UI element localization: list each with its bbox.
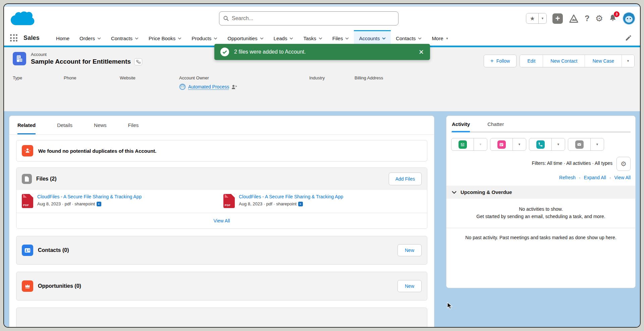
file-link[interactable]: CloudFiles - A Secure File Sharing & Tra… xyxy=(37,194,142,199)
tab-home[interactable]: Home xyxy=(51,30,74,46)
tab-price-books[interactable]: Price Books xyxy=(144,30,186,46)
more-actions-dropdown[interactable]: ▼ xyxy=(622,55,634,67)
filter-gear-icon: ⚙ xyxy=(621,160,627,167)
opportunity-icon xyxy=(22,280,33,292)
call-dropdown-icon[interactable]: ▼ xyxy=(551,138,565,150)
notifications-bell[interactable]: 3 xyxy=(609,14,617,23)
no-past-activity-message: No past activity. Past meetings and task… xyxy=(451,228,631,248)
app-navigation-bar: Sales Home Orders Contracts Price Books … xyxy=(4,30,640,46)
tab-opportunities[interactable]: Opportunities xyxy=(222,30,268,46)
tab-activity[interactable]: Activity xyxy=(452,121,470,132)
activity-composer-buttons: ▼ xyxy=(451,138,631,151)
app-launcher-icon[interactable] xyxy=(10,34,17,42)
star-icon[interactable]: ★ xyxy=(526,13,538,23)
field-billing-address: Billing Address xyxy=(355,75,383,90)
trailhead-icon[interactable] xyxy=(569,14,579,23)
filters-settings-button[interactable]: ⚙ xyxy=(616,157,631,171)
new-case-button[interactable]: New Case xyxy=(585,55,622,67)
edit-button[interactable]: Edit xyxy=(520,55,543,67)
new-contact-button[interactable]: New Contact xyxy=(543,55,585,67)
tab-more-label: More xyxy=(432,36,443,41)
favorites-button[interactable]: ★ ▼ xyxy=(526,13,547,24)
contacts-title: Contacts (0) xyxy=(38,247,69,253)
account-owner-link[interactable]: Automated Process xyxy=(188,84,229,89)
no-activities-message: No activities to show. Get started by se… xyxy=(451,199,631,222)
change-owner-icon[interactable] xyxy=(231,84,237,89)
related-lists: We found no potential duplicates of this… xyxy=(9,135,434,327)
mouse-cursor xyxy=(447,302,453,310)
follow-button[interactable]: + Follow xyxy=(484,55,517,67)
astro-avatar-icon xyxy=(179,83,186,90)
activity-tabs: Activity Chatter xyxy=(451,116,631,132)
view-all-link[interactable]: View All xyxy=(214,218,230,223)
chevron-down-icon xyxy=(260,37,264,40)
record-body: Related Details News Files xyxy=(4,111,640,327)
view-hierarchy-button[interactable] xyxy=(134,58,142,65)
email-button[interactable] xyxy=(568,138,590,150)
field-phone-label: Phone xyxy=(64,75,120,80)
tab-more[interactable]: More▼ xyxy=(427,30,453,46)
file-item[interactable]: PDF CloudFiles - A Secure File Sharing &… xyxy=(223,194,422,208)
tab-chatter[interactable]: Chatter xyxy=(487,121,504,132)
chevron-down-icon xyxy=(178,37,181,40)
tab-related[interactable]: Related xyxy=(17,116,36,134)
setup-gear-icon[interactable]: ⚙ xyxy=(595,14,603,23)
highlights-fields-row: Type Phone Website Account Owner Automat… xyxy=(13,75,640,90)
opportunities-title: Opportunities (0) xyxy=(38,283,81,289)
new-opportunity-button[interactable]: New xyxy=(397,280,422,292)
hierarchy-icon xyxy=(136,60,141,64)
tab-accounts-label: Accounts xyxy=(359,36,380,41)
view-all-activity-link[interactable]: View All xyxy=(614,175,631,180)
field-industry: Industry xyxy=(309,75,355,90)
field-industry-label: Industry xyxy=(309,75,355,80)
field-type: Type xyxy=(13,75,64,90)
global-actions-plus-icon[interactable]: + xyxy=(552,13,563,24)
upcoming-overdue-section[interactable]: Upcoming & Overdue xyxy=(446,186,635,199)
tab-accounts[interactable]: Accounts xyxy=(354,30,391,46)
help-icon[interactable]: ? xyxy=(585,14,590,23)
email-dropdown-icon[interactable]: ▼ xyxy=(590,138,604,150)
add-files-button[interactable]: Add Files xyxy=(389,173,422,185)
tab-home-label: Home xyxy=(56,36,69,41)
event-dropdown-icon[interactable]: ▼ xyxy=(513,138,526,150)
toast-close-icon[interactable]: ✕ xyxy=(419,48,424,56)
call-icon xyxy=(536,140,545,149)
tab-orders[interactable]: Orders xyxy=(74,30,106,46)
tab-files[interactable]: Files xyxy=(128,116,139,134)
file-item[interactable]: PDF CloudFiles - A Secure File Sharing &… xyxy=(22,194,220,208)
tab-products[interactable]: Products xyxy=(186,30,222,46)
user-avatar[interactable] xyxy=(623,12,635,25)
plus-icon: + xyxy=(490,58,494,64)
app-name[interactable]: Sales xyxy=(23,35,40,42)
refresh-link[interactable]: Refresh xyxy=(559,175,576,180)
chevron-down-icon xyxy=(289,37,293,40)
new-task-button[interactable] xyxy=(451,138,474,150)
tab-details[interactable]: Details xyxy=(57,116,72,134)
tab-contacts[interactable]: Contacts xyxy=(391,30,427,46)
task-dropdown-icon[interactable]: ▼ xyxy=(474,138,487,150)
file-link[interactable]: CloudFiles - A Secure File Sharing & Tra… xyxy=(239,194,343,199)
expand-all-link[interactable]: Expand All xyxy=(584,175,606,180)
chevron-down-icon xyxy=(319,37,322,40)
new-contact-related-button[interactable]: New xyxy=(397,244,422,256)
file-info: CloudFiles - A Secure File Sharing & Tra… xyxy=(239,194,343,206)
tab-contracts[interactable]: Contracts xyxy=(106,30,144,46)
field-billing-address-label: Billing Address xyxy=(355,75,383,80)
edit-nav-pencil-icon[interactable] xyxy=(625,35,631,41)
new-event-button[interactable] xyxy=(490,138,513,150)
tab-tasks[interactable]: Tasks xyxy=(298,30,327,46)
sharepoint-icon: ▸ xyxy=(298,202,303,206)
chevron-down-icon xyxy=(418,37,422,40)
field-phone: Phone xyxy=(64,75,120,90)
log-a-call-button[interactable] xyxy=(529,138,551,150)
duplicate-check-icon xyxy=(22,145,33,156)
pdf-icon: PDF xyxy=(223,194,235,208)
search-input[interactable] xyxy=(232,15,394,21)
file-info: CloudFiles - A Secure File Sharing & Tra… xyxy=(37,194,142,206)
tab-news[interactable]: News xyxy=(94,116,107,134)
pdf-label: PDF xyxy=(225,204,231,207)
duplicates-card: We found no potential duplicates of this… xyxy=(16,140,427,161)
favorites-dropdown-icon[interactable]: ▼ xyxy=(538,13,546,23)
tab-files[interactable]: Files xyxy=(327,30,354,46)
tab-leads[interactable]: Leads xyxy=(269,30,299,46)
